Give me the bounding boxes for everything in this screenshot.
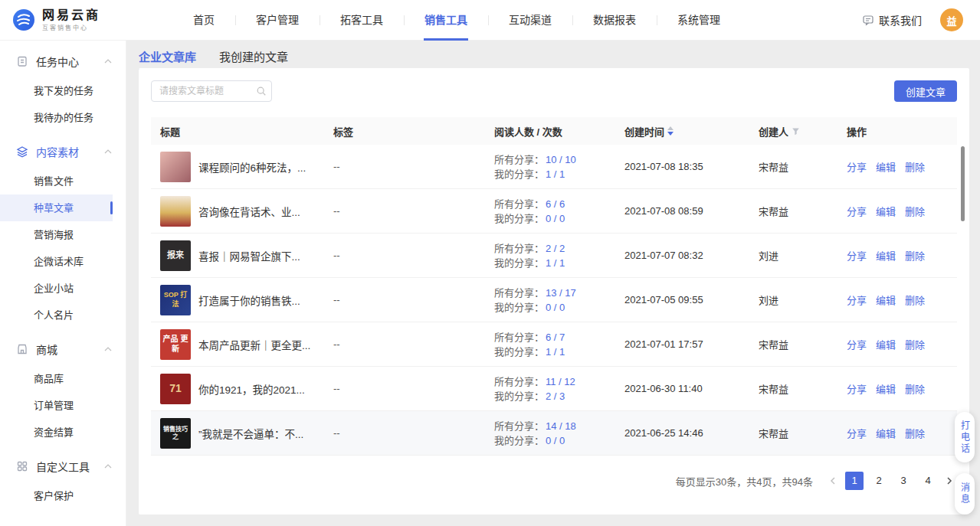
avatar[interactable]: 益 [940, 8, 963, 31]
all-share-count[interactable]: 13 / 17 [546, 286, 576, 300]
filter-icon[interactable] [792, 127, 800, 136]
contact-us-button[interactable]: 联系我们 [862, 12, 922, 28]
chevron-up-icon [104, 149, 112, 154]
sidebar-section-自定义工具[interactable]: 自定义工具 [0, 450, 126, 482]
row-action-编辑[interactable]: 编辑 [876, 426, 896, 440]
page-3[interactable]: 3 [894, 472, 913, 490]
topbar-right: 联系我们 益 [862, 8, 980, 31]
creator-name: 宋帮益 [749, 381, 837, 396]
table-row: SOP 打法 打造属于你的销售铁... -- 所有分享： 13 / 17 我的分… [151, 278, 957, 322]
sidebar-item-个人名片[interactable]: 个人名片 [0, 302, 113, 328]
topnav-item-销售工具[interactable]: 销售工具 [404, 0, 488, 41]
row-action-分享[interactable]: 分享 [847, 292, 867, 307]
row-action-分享[interactable]: 分享 [847, 159, 867, 174]
topnav-item-首页[interactable]: 首页 [172, 0, 235, 41]
all-share-count[interactable]: 6 / 6 [546, 197, 565, 211]
article-title[interactable]: 课程顾问的6种死法，... [198, 159, 306, 175]
row-action-删除[interactable]: 删除 [905, 337, 925, 351]
sidebar-item-我下发的任务[interactable]: 我下发的任务 [0, 77, 113, 104]
article-title[interactable]: 喜报｜网易智企旗下... [198, 248, 300, 263]
table-row: 咨询像在背话术、业... -- 所有分享： 6 / 6 我的分享： 0 / 0 … [151, 189, 957, 234]
row-action-删除[interactable]: 删除 [905, 426, 925, 440]
content-icon [16, 145, 28, 158]
article-title[interactable]: 你的1921，我的2021... [198, 381, 305, 397]
sidebar-item-种草文章[interactable]: 种草文章 [0, 194, 113, 221]
row-action-删除[interactable]: 删除 [905, 381, 925, 396]
sidebar-section-内容素材[interactable]: 内容素材 [0, 136, 126, 168]
page-1[interactable]: 1 [845, 472, 864, 490]
topnav-item-数据报表[interactable]: 数据报表 [572, 0, 657, 41]
sidebar-item-商品库[interactable]: 商品库 [0, 365, 113, 392]
search-input[interactable] [151, 80, 272, 102]
article-title[interactable]: 咨询像在背话术、业... [198, 204, 300, 219]
all-share-count[interactable]: 2 / 2 [546, 241, 565, 256]
prev-page-button[interactable] [825, 476, 841, 485]
topnav-item-系统管理[interactable]: 系统管理 [657, 0, 741, 41]
row-action-编辑[interactable]: 编辑 [876, 292, 896, 307]
creator-name: 宋帮益 [749, 426, 837, 440]
article-title[interactable]: 打造属于你的销售铁... [198, 292, 300, 308]
all-share-count[interactable]: 10 / 10 [546, 152, 576, 167]
my-share-count[interactable]: 1 / 1 [546, 345, 565, 359]
topnav-item-互动渠道[interactable]: 互动渠道 [488, 0, 572, 41]
my-share-count[interactable]: 0 / 0 [546, 433, 565, 448]
page-4[interactable]: 4 [919, 472, 937, 490]
sidebar-item-销售文件[interactable]: 销售文件 [0, 168, 113, 194]
row-action-编辑[interactable]: 编辑 [876, 248, 896, 263]
creator-name: 宋帮益 [749, 337, 837, 351]
topnav-item-客户管理[interactable]: 客户管理 [235, 0, 320, 41]
article-tag: -- [324, 294, 485, 305]
my-share-count[interactable]: 1 / 1 [546, 256, 565, 270]
tabs: 企业文章库 我创建的文章 [126, 41, 980, 71]
row-action-编辑[interactable]: 编辑 [876, 337, 896, 351]
creator-name: 刘进 [749, 248, 837, 263]
all-share-count[interactable]: 11 / 12 [546, 374, 575, 389]
row-action-编辑[interactable]: 编辑 [876, 381, 896, 396]
article-tag: -- [324, 161, 485, 172]
row-action-删除[interactable]: 删除 [905, 292, 925, 307]
th-actions: 操作 [837, 124, 957, 139]
sidebar-item-资金结算[interactable]: 资金结算 [0, 419, 113, 446]
search-icon[interactable] [256, 86, 267, 96]
sidebar-item-客户保护[interactable]: 客户保护 [0, 482, 113, 509]
sidebar-item-企业小站[interactable]: 企业小站 [0, 275, 113, 302]
call-button[interactable]: 打电话 [955, 412, 975, 462]
created-time: 2021-07-08 18:35 [615, 161, 749, 172]
row-action-编辑[interactable]: 编辑 [876, 204, 896, 218]
row-action-分享[interactable]: 分享 [847, 426, 867, 440]
create-article-button[interactable]: 创建文章 [894, 80, 957, 102]
article-title[interactable]: ”我就是不会逼单：不... [198, 426, 303, 441]
chevron-up-icon [104, 347, 112, 351]
sidebar-item-订单管理[interactable]: 订单管理 [0, 392, 113, 419]
row-action-分享[interactable]: 分享 [847, 337, 867, 351]
my-share-count[interactable]: 1 / 1 [546, 167, 565, 181]
message-button[interactable]: 消息 [955, 473, 975, 515]
sidebar-item-营销海报[interactable]: 营销海报 [0, 221, 113, 248]
row-action-分享[interactable]: 分享 [847, 248, 867, 263]
page-2[interactable]: 2 [870, 472, 888, 490]
my-share-count[interactable]: 0 / 0 [546, 300, 565, 315]
my-share-count[interactable]: 2 / 3 [546, 389, 565, 403]
row-action-编辑[interactable]: 编辑 [876, 159, 896, 174]
row-action-分享[interactable]: 分享 [847, 381, 867, 396]
main-content: 企业文章库 我创建的文章 创建文章 标题 标签 阅读人数 / 次数 创建时间 [126, 41, 980, 526]
article-title[interactable]: 本周产品更新｜更全更... [198, 337, 310, 352]
scrollbar-thumb[interactable] [961, 146, 965, 221]
sidebar-section: 商城 商品库订单管理资金结算 [0, 333, 126, 446]
created-time: 2021-07-05 09:55 [615, 294, 749, 305]
sidebar-item-我待办的任务[interactable]: 我待办的任务 [0, 104, 113, 131]
row-action-删除[interactable]: 删除 [905, 204, 925, 218]
all-share-count[interactable]: 14 / 18 [546, 419, 576, 433]
my-share-count[interactable]: 0 / 0 [546, 211, 565, 226]
row-action-删除[interactable]: 删除 [905, 159, 925, 174]
topnav-item-拓客工具[interactable]: 拓客工具 [320, 0, 404, 41]
row-action-删除[interactable]: 删除 [905, 248, 925, 263]
created-time: 2021-07-01 17:57 [615, 338, 749, 350]
sidebar-item-企微话术库[interactable]: 企微话术库 [0, 248, 113, 275]
share-all-label: 所有分享： [494, 374, 544, 389]
sidebar-section-商城[interactable]: 商城 [0, 333, 126, 365]
all-share-count[interactable]: 6 / 7 [546, 330, 565, 345]
sort-icon[interactable] [667, 126, 674, 136]
row-action-分享[interactable]: 分享 [847, 204, 867, 218]
sidebar-section-任务中心[interactable]: 任务中心 [0, 45, 126, 77]
